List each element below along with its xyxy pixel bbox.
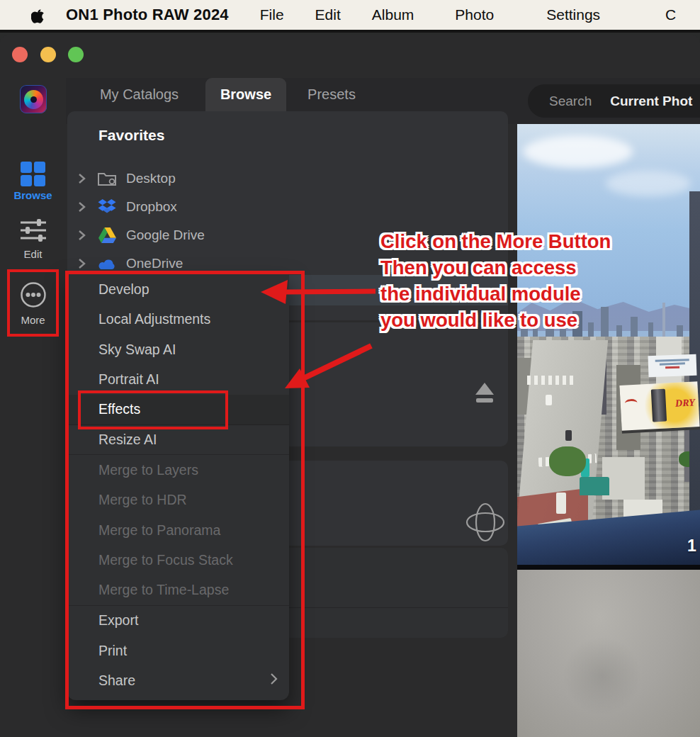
- orbit-360-icon[interactable]: [463, 502, 508, 545]
- favorites-title: Favorites: [98, 127, 164, 144]
- annotation-box-effects: [78, 390, 228, 429]
- annotation-line: Then you can access: [380, 254, 611, 281]
- zoom-window-button[interactable]: [68, 47, 84, 62]
- photo-index-badge: 1: [687, 536, 696, 556]
- browse-module-icon: [21, 162, 45, 186]
- favorites-item-label: OneDrive: [126, 256, 183, 271]
- on1-app-icon: [20, 85, 47, 113]
- eject-icon[interactable]: [475, 383, 495, 409]
- sidebar-item-edit[interactable]: Edit: [0, 218, 66, 260]
- onedrive-icon: [96, 257, 118, 270]
- edit-module-icon: [20, 232, 47, 244]
- desktop-folder-icon: [96, 171, 118, 186]
- chevron-right-icon[interactable]: [78, 230, 88, 241]
- photo-billboard: DRY: [619, 381, 699, 431]
- macos-menu-bar: ON1 Photo RAW 2024 File Edit Album Photo…: [0, 0, 700, 33]
- menubar-item-edit[interactable]: Edit: [315, 6, 341, 23]
- apple-icon[interactable]: [31, 7, 45, 23]
- menubar-item-album[interactable]: Album: [372, 6, 414, 23]
- annotation-line: Click on the More Button: [380, 228, 611, 254]
- billboard-text: DRY: [675, 397, 696, 409]
- menubar-item-create[interactable]: C: [665, 6, 676, 23]
- annotation-text: Click on the More Button Then you can ac…: [380, 228, 611, 333]
- photo-teal-roof: [580, 477, 609, 495]
- favorites-item-desktop[interactable]: Desktop: [67, 164, 351, 193]
- menubar-app-name[interactable]: ON1 Photo RAW 2024: [66, 6, 229, 24]
- photo-window-frame-pillar: [689, 191, 700, 514]
- minimize-window-button[interactable]: [40, 47, 56, 62]
- photo-thumbnail-cityscape[interactable]: DRY 1: [517, 124, 700, 570]
- tab-browse[interactable]: Browse: [205, 78, 286, 111]
- photo-thumbnail-gray[interactable]: [517, 570, 700, 737]
- search-scope[interactable]: Current Phot: [610, 94, 692, 109]
- photo-small-sign: [648, 354, 696, 377]
- google-drive-icon: [96, 227, 118, 243]
- chevron-right-icon[interactable]: [78, 201, 88, 213]
- search-label: Search: [549, 94, 592, 109]
- favorites-item-google-drive[interactable]: Google Drive: [67, 221, 351, 249]
- favorites-item-label: Google Drive: [126, 227, 205, 243]
- tab-my-catalogs[interactable]: My Catalogs: [88, 78, 191, 111]
- chevron-right-icon[interactable]: [78, 173, 88, 184]
- annotation-line: the individual module: [380, 281, 611, 307]
- favorites-item-label: Desktop: [126, 171, 176, 186]
- tab-presets[interactable]: Presets: [300, 78, 363, 111]
- menubar-item-file[interactable]: File: [260, 6, 284, 23]
- dropbox-icon: [96, 199, 118, 215]
- favorites-item-dropbox[interactable]: Dropbox: [67, 193, 351, 221]
- sidebar-browse-label: Browse: [0, 189, 66, 201]
- annotation-box-more-button: [7, 269, 59, 337]
- chevron-right-icon[interactable]: [78, 258, 88, 269]
- favorites-item-label: Dropbox: [126, 199, 177, 215]
- menubar-item-photo[interactable]: Photo: [455, 6, 494, 23]
- search-bar[interactable]: Search Current Phot: [528, 84, 700, 118]
- sidebar-edit-label: Edit: [0, 248, 66, 260]
- menubar-item-settings[interactable]: Settings: [546, 6, 600, 23]
- annotation-box-menu: [65, 271, 305, 709]
- annotation-line: you would like to use: [380, 307, 611, 333]
- sidebar-item-browse[interactable]: Browse: [0, 162, 66, 201]
- close-window-button[interactable]: [12, 47, 28, 62]
